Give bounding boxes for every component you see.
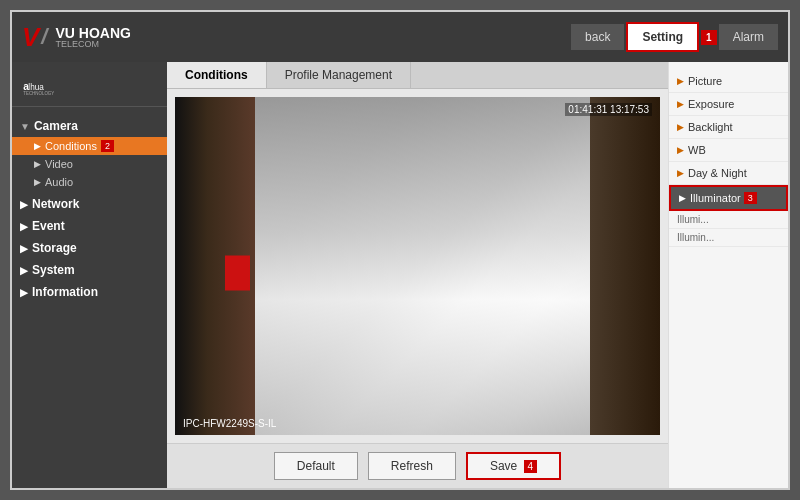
sidebar-storage-label: Storage bbox=[32, 241, 77, 255]
video-area: 01:41:31 13:17:53 IPC-HFW2249S-S-IL bbox=[167, 89, 668, 443]
refresh-button[interactable]: Refresh bbox=[368, 452, 456, 480]
conditions-arrow-icon: ▶ bbox=[34, 141, 41, 151]
save-num: 4 bbox=[524, 460, 538, 473]
backlight-tri-icon: ▶ bbox=[677, 122, 684, 132]
sidebar-system[interactable]: ▶ System bbox=[12, 259, 167, 281]
illuminator-tri-icon: ▶ bbox=[679, 193, 686, 203]
sidebar-network-label: Network bbox=[32, 197, 79, 211]
video-arrow-icon: ▶ bbox=[34, 159, 41, 169]
sidebar-event-label: Event bbox=[32, 219, 65, 233]
panel-wb-label: WB bbox=[688, 144, 706, 156]
panel-picture[interactable]: ▶ Picture bbox=[669, 70, 788, 93]
network-tri-icon: ▶ bbox=[20, 199, 28, 210]
sidebar: a lhua TECHNOLOGY ▼ Camera ▶ Conditions … bbox=[12, 62, 167, 488]
video-frame: 01:41:31 13:17:53 IPC-HFW2249S-S-IL bbox=[175, 97, 660, 435]
logo-area: V / VU HOANG TELECOM bbox=[22, 24, 131, 50]
top-nav: back Setting 1 Alarm bbox=[571, 22, 778, 52]
camera-arrow-icon: ▼ bbox=[20, 121, 30, 132]
panel-exposure-label: Exposure bbox=[688, 98, 734, 110]
save-button[interactable]: Save 4 bbox=[466, 452, 561, 480]
setting-button[interactable]: Setting bbox=[626, 22, 699, 52]
sidebar-information-label: Information bbox=[32, 285, 98, 299]
panel-wb[interactable]: ▶ WB bbox=[669, 139, 788, 162]
panel-illuminator-label: Illuminator bbox=[690, 192, 741, 204]
brand-area: a lhua TECHNOLOGY bbox=[12, 70, 167, 107]
sidebar-event[interactable]: ▶ Event bbox=[12, 215, 167, 237]
sidebar-camera-section: ▼ Camera ▶ Conditions 2 ▶ Video ▶ Audio bbox=[12, 113, 167, 193]
alarm-button[interactable]: Alarm bbox=[719, 24, 778, 50]
sidebar-storage[interactable]: ▶ Storage bbox=[12, 237, 167, 259]
tab-profile-label: Profile Management bbox=[285, 68, 392, 82]
video-red-object bbox=[225, 256, 250, 291]
svg-text:TECHNOLOGY: TECHNOLOGY bbox=[23, 91, 54, 96]
system-tri-icon: ▶ bbox=[20, 265, 28, 276]
video-timestamp: 01:41:31 13:17:53 bbox=[565, 103, 652, 116]
back-button[interactable]: back bbox=[571, 24, 624, 50]
default-button[interactable]: Default bbox=[274, 452, 358, 480]
audio-arrow-icon: ▶ bbox=[34, 177, 41, 187]
illum-label-2: Illumin... bbox=[669, 229, 788, 247]
sidebar-audio-label: Audio bbox=[45, 176, 73, 188]
right-panel: ▶ Picture ▶ Exposure ▶ Backlight ▶ WB ▶ … bbox=[668, 62, 788, 488]
sidebar-conditions-label: Conditions bbox=[45, 140, 97, 152]
top-bar: V / VU HOANG TELECOM back Setting 1 Alar… bbox=[12, 12, 788, 62]
sidebar-camera-label: Camera bbox=[34, 119, 78, 133]
conditions-num: 2 bbox=[101, 140, 114, 152]
logo-v-icon: V bbox=[22, 24, 39, 50]
tab-conditions-label: Conditions bbox=[185, 68, 248, 82]
save-label: Save bbox=[490, 459, 517, 473]
panel-illuminator[interactable]: ▶ Illuminator 3 bbox=[669, 185, 788, 211]
information-tri-icon: ▶ bbox=[20, 287, 28, 298]
video-bright-center bbox=[255, 97, 590, 435]
tab-bar: Conditions Profile Management bbox=[167, 62, 668, 89]
wb-tri-icon: ▶ bbox=[677, 145, 684, 155]
sidebar-information[interactable]: ▶ Information bbox=[12, 281, 167, 303]
tab-conditions[interactable]: Conditions bbox=[167, 62, 267, 88]
panel-picture-label: Picture bbox=[688, 75, 722, 87]
dahua-logo-icon: a lhua TECHNOLOGY bbox=[22, 76, 60, 98]
picture-tri-icon: ▶ bbox=[677, 76, 684, 86]
bottom-buttons: Default Refresh Save 4 bbox=[167, 443, 668, 488]
video-background bbox=[175, 97, 660, 435]
video-shelf-right bbox=[590, 97, 660, 435]
panel-exposure[interactable]: ▶ Exposure bbox=[669, 93, 788, 116]
logo-text-area: VU HOANG TELECOM bbox=[55, 25, 130, 49]
daynight-tri-icon: ▶ bbox=[677, 168, 684, 178]
panel-backlight-label: Backlight bbox=[688, 121, 733, 133]
app-frame: V / VU HOANG TELECOM back Setting 1 Alar… bbox=[10, 10, 790, 490]
tab-profile-management[interactable]: Profile Management bbox=[267, 62, 411, 88]
center-area: Conditions Profile Management 01:41:31 1… bbox=[167, 62, 668, 488]
exposure-tri-icon: ▶ bbox=[677, 99, 684, 109]
video-device-label: IPC-HFW2249S-S-IL bbox=[183, 418, 276, 429]
sidebar-item-conditions[interactable]: ▶ Conditions 2 bbox=[12, 137, 167, 155]
panel-daynight-label: Day & Night bbox=[688, 167, 747, 179]
sidebar-video-label: Video bbox=[45, 158, 73, 170]
sidebar-system-label: System bbox=[32, 263, 75, 277]
illuminator-num: 3 bbox=[744, 192, 757, 204]
sidebar-item-video[interactable]: ▶ Video bbox=[12, 155, 167, 173]
main-content: a lhua TECHNOLOGY ▼ Camera ▶ Conditions … bbox=[12, 62, 788, 488]
sidebar-item-audio[interactable]: ▶ Audio bbox=[12, 173, 167, 191]
panel-backlight[interactable]: ▶ Backlight bbox=[669, 116, 788, 139]
sidebar-network[interactable]: ▶ Network bbox=[12, 193, 167, 215]
panel-day-night[interactable]: ▶ Day & Night bbox=[669, 162, 788, 185]
event-tri-icon: ▶ bbox=[20, 221, 28, 232]
illum-label-1: Illumi... bbox=[669, 211, 788, 229]
setting-num: 1 bbox=[701, 30, 717, 45]
sidebar-camera-title[interactable]: ▼ Camera bbox=[12, 115, 167, 137]
storage-tri-icon: ▶ bbox=[20, 243, 28, 254]
logo-slash-icon: / bbox=[41, 26, 47, 48]
